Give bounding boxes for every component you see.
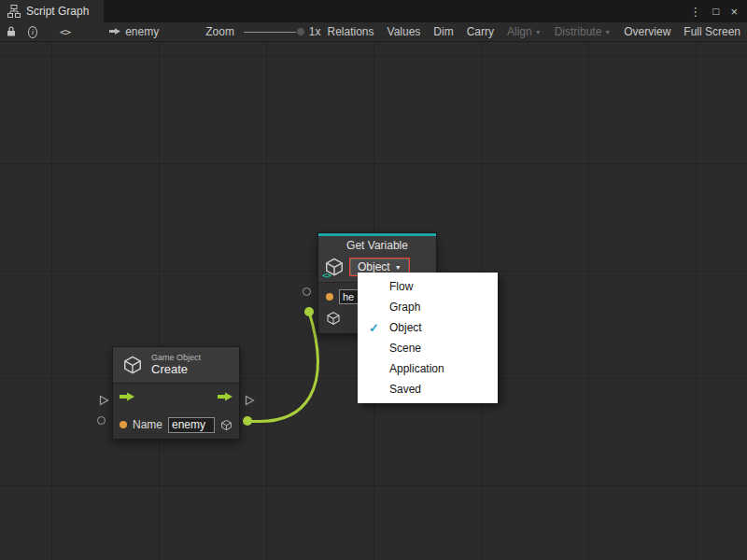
object-cube-icon xyxy=(326,311,341,326)
toolbar-button-label: Distribute xyxy=(555,22,602,42)
value-dot-icon xyxy=(120,421,127,428)
variable-kind-menu: Flow Graph ✓ Object Scene Application Sa… xyxy=(358,273,498,403)
tab-title: Script Graph xyxy=(26,5,89,18)
menu-item-label: Graph xyxy=(389,301,420,314)
maximize-icon[interactable]: □ xyxy=(712,5,719,18)
flow-output-port[interactable] xyxy=(244,393,255,410)
breadcrumb[interactable]: enemy xyxy=(109,25,159,38)
close-icon[interactable]: × xyxy=(730,5,738,19)
menu-item-saved[interactable]: Saved xyxy=(358,379,498,399)
name-label: Name xyxy=(133,418,162,431)
window-menu-icon[interactable]: ⋮ xyxy=(689,5,701,19)
object-output-port-connected[interactable] xyxy=(243,416,252,426)
create-node-header: Game Object Create xyxy=(113,347,239,383)
node-title: Create xyxy=(151,363,201,377)
menu-item-graph[interactable]: Graph xyxy=(358,297,498,317)
variable-name-port[interactable] xyxy=(303,287,311,296)
toolbar-button-distribute[interactable]: Distribute ▼ xyxy=(548,22,618,42)
menu-item-label: Saved xyxy=(389,383,421,396)
node-create-game-object[interactable]: Game Object Create Name xyxy=(112,346,240,440)
menu-item-label: Object xyxy=(389,321,422,334)
flow-out-arrow-icon xyxy=(218,391,233,404)
zoom-slider-handle[interactable] xyxy=(296,27,305,36)
graph-arrow-icon xyxy=(109,25,120,38)
script-graph-icon xyxy=(7,5,21,18)
node-title: Get Variable xyxy=(318,236,436,255)
info-icon[interactable]: i xyxy=(28,26,37,38)
toolbar-buttons: Relations Values Dim Carry Align ▼ Distr… xyxy=(321,22,747,42)
variable-kind-value: Object xyxy=(358,260,390,273)
toolbar-button-overview[interactable]: Overview xyxy=(617,22,677,42)
value-input-port[interactable] xyxy=(97,416,106,425)
code-badge-icon: <> xyxy=(322,271,331,280)
value-dot-icon xyxy=(326,293,333,301)
breadcrumb-label: enemy xyxy=(125,25,159,38)
zoom-value: 1x xyxy=(309,25,321,38)
flow-input-port[interactable] xyxy=(98,393,109,410)
chevron-down-icon: ▼ xyxy=(535,22,542,42)
code-icon[interactable]: <> xyxy=(60,26,70,38)
check-icon: ✓ xyxy=(369,321,379,335)
name-row: Name xyxy=(113,411,239,439)
chevron-down-icon: ▼ xyxy=(604,22,611,42)
zoom-slider-track[interactable] xyxy=(244,32,302,33)
flow-in-arrow-icon xyxy=(120,391,134,404)
graph-toolbar: i <> enemy Zoom 1x Relations Values Dim … xyxy=(0,22,747,42)
flow-row xyxy=(113,383,239,411)
lock-icon[interactable] xyxy=(6,22,17,42)
chevron-down-icon: ▼ xyxy=(395,264,402,271)
toolbar-button-values[interactable]: Values xyxy=(381,22,428,42)
zoom-label: Zoom xyxy=(205,25,234,38)
toolbar-button-dim[interactable]: Dim xyxy=(427,22,459,42)
menu-item-label: Application xyxy=(389,362,444,375)
toolbar-button-align[interactable]: Align ▼ xyxy=(500,22,548,42)
name-input[interactable] xyxy=(168,417,215,433)
toolbar-button-relations[interactable]: Relations xyxy=(321,22,381,42)
output-cube-icon xyxy=(220,418,233,432)
game-object-cube-icon xyxy=(122,355,143,375)
menu-item-application[interactable]: Application xyxy=(358,358,498,379)
graph-canvas[interactable]: Get Variable <> Object ▼ xyxy=(0,42,747,560)
toolbar-button-fullscreen[interactable]: Full Screen xyxy=(677,22,747,42)
tab-script-graph[interactable]: Script Graph xyxy=(0,0,104,22)
window-controls: ⋮ □ × xyxy=(689,0,747,22)
connection-wire[interactable] xyxy=(247,312,317,422)
menu-item-label: Scene xyxy=(389,342,421,355)
menu-item-object[interactable]: ✓ Object xyxy=(358,317,498,338)
title-bar: Script Graph ⋮ □ × xyxy=(0,0,747,22)
menu-item-flow[interactable]: Flow xyxy=(358,276,498,297)
menu-item-scene[interactable]: Scene xyxy=(358,338,498,358)
zoom-slider[interactable] xyxy=(244,22,302,42)
toolbar-button-label: Align xyxy=(507,22,532,42)
menu-item-label: Flow xyxy=(389,280,413,293)
toolbar-button-carry[interactable]: Carry xyxy=(460,22,500,42)
variable-object-port-connected[interactable] xyxy=(304,307,314,316)
variable-cube-icon: <> xyxy=(324,257,345,277)
